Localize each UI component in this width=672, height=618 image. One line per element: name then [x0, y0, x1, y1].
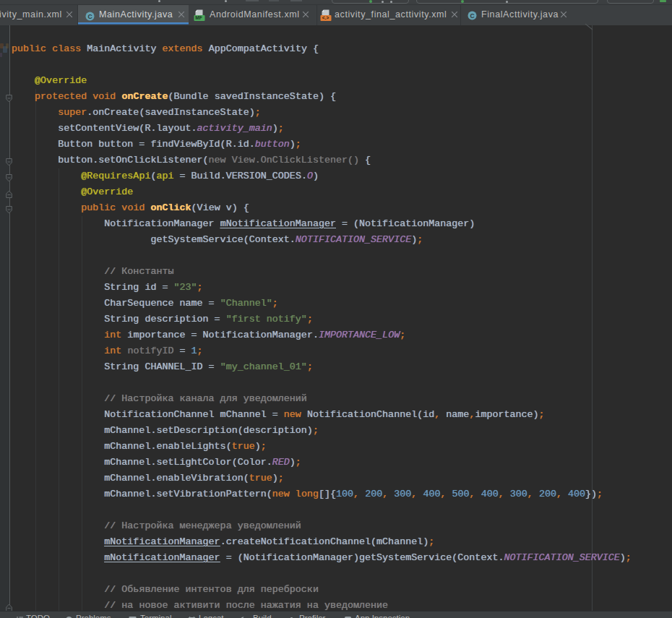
svg-text:<.>: <.>	[322, 15, 329, 20]
svg-text:C: C	[470, 12, 474, 20]
svg-text:C: C	[87, 13, 92, 20]
svg-text:MF: MF	[195, 15, 202, 20]
